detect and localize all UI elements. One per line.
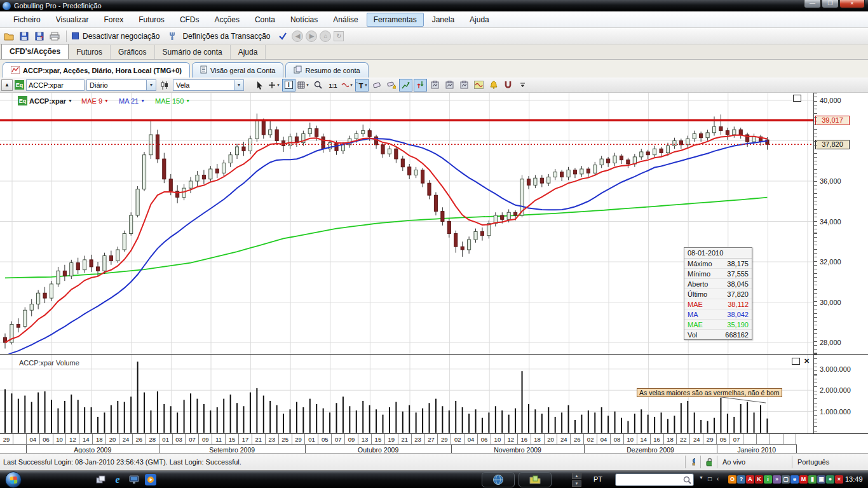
tab-ajuda[interactable]: Ajuda [231, 45, 266, 59]
date-tick[interactable]: 15 [226, 434, 239, 444]
menu-futuros[interactable]: Futuros [132, 13, 172, 27]
quicklaunch-browser-icon[interactable]: e [112, 474, 123, 485]
scroll-up-icon[interactable]: ▲ [572, 473, 581, 479]
crosshair-tool[interactable]: ▼ [268, 79, 281, 92]
date-tick[interactable]: 10 [53, 434, 67, 444]
date-tick[interactable]: 03 [173, 434, 186, 444]
tray-sync-icon[interactable]: » [773, 475, 781, 484]
date-tick[interactable]: 07 [186, 434, 199, 444]
date-tick[interactable]: 24 [557, 434, 571, 444]
save-icon[interactable] [18, 30, 31, 43]
menu-ferramentas[interactable]: Ferramentas [367, 13, 424, 27]
legend-series-2[interactable]: MA 21▼ [119, 97, 145, 105]
date-tick[interactable]: 05 [717, 434, 730, 444]
grid-tool[interactable]: ▼ [297, 79, 310, 92]
date-tick[interactable]: 13 [358, 434, 372, 444]
date-tick[interactable]: 28 [146, 434, 159, 444]
date-tick[interactable]: 15 [372, 434, 385, 444]
date-tick[interactable]: 02 [584, 434, 597, 444]
date-tick[interactable]: 04 [597, 434, 611, 444]
chevron-down-icon[interactable]: ▼ [234, 80, 243, 90]
quicklaunch-mediaplayer-icon[interactable] [145, 474, 156, 485]
print-icon[interactable] [48, 30, 61, 43]
alert-tool[interactable] [487, 79, 500, 92]
tray-messenger-icon[interactable]: i [764, 475, 772, 484]
chevron-down-icon[interactable]: ▼ [68, 98, 72, 103]
menu-análise[interactable]: Análise [326, 13, 365, 27]
eraser-tool[interactable] [370, 79, 383, 92]
chevron-down-icon[interactable]: ▼ [104, 98, 109, 103]
taskbar-scroll-arrows[interactable]: ▲ ▼ [572, 473, 581, 487]
date-tick[interactable]: 17 [239, 434, 252, 444]
info-tool[interactable]: i [282, 79, 295, 92]
date-tick[interactable]: 16 [518, 434, 531, 444]
date-tick[interactable]: 20 [106, 434, 119, 444]
disable-trading-icon[interactable] [72, 32, 79, 39]
tray-volume-muted-icon[interactable]: × [835, 475, 843, 484]
date-tick[interactable]: 26 [571, 434, 584, 444]
back-icon[interactable]: ◀ [292, 30, 303, 42]
date-tick[interactable] [743, 434, 757, 444]
zoom-tool[interactable] [311, 79, 325, 92]
date-tick[interactable]: 05 [318, 434, 332, 444]
menu-visualizar[interactable]: Visualizar [49, 13, 96, 27]
date-tick[interactable]: 29 [0, 434, 13, 444]
pointer-tool[interactable] [253, 79, 266, 92]
language-label[interactable]: Português [792, 456, 868, 468]
date-tick[interactable]: 23 [412, 434, 425, 444]
date-tick[interactable]: 29 [703, 434, 717, 444]
date-tick[interactable]: 19 [385, 434, 398, 444]
tray-kaspersky-icon[interactable]: K [755, 475, 763, 484]
menu-notícias[interactable]: Notícias [283, 13, 325, 27]
date-tick[interactable]: 14 [79, 434, 93, 444]
quicklaunch-switcher-icon[interactable] [95, 474, 107, 485]
legend-symbol[interactable]: Eq ACCP:xpar▼ [18, 96, 72, 105]
taskbar-app-folder[interactable] [519, 472, 552, 487]
maximize-panel-icon[interactable] [793, 95, 801, 102]
updown-arrows-tool[interactable] [414, 79, 427, 92]
search-options-icon[interactable]: ▼ [699, 475, 703, 480]
restore-button[interactable]: ❐ [822, 0, 839, 8]
doc-tab-2[interactable]: Visão geral da Conta [192, 62, 284, 78]
date-tick[interactable]: 08 [611, 434, 624, 444]
date-tick[interactable]: 20 [545, 434, 558, 444]
price-chart-panel[interactable]: Eq ACCP:xpar▼ MAE 9▼MA 21▼MAE 150▼ 40,00… [0, 93, 868, 354]
date-tick[interactable]: 18 [664, 434, 677, 444]
doc-tab-3[interactable]: Resumo de conta [285, 62, 368, 78]
indicator-tool[interactable]: ▼ [341, 79, 354, 92]
date-tick[interactable]: 18 [531, 434, 545, 444]
date-tick[interactable] [770, 434, 783, 444]
date-tick[interactable]: 29 [438, 434, 451, 444]
date-tick[interactable]: 21 [252, 434, 266, 444]
chevron-down-icon[interactable]: ▼ [140, 98, 145, 103]
date-tick[interactable]: 27 [425, 434, 438, 444]
tray-network-icon[interactable]: ▣ [817, 475, 825, 484]
date-tick[interactable]: 01 [159, 434, 173, 444]
confirm-check-icon[interactable] [276, 30, 289, 43]
tab-gr-ficos[interactable]: Gráficos [111, 45, 155, 59]
wrench-icon[interactable] [166, 30, 179, 43]
save-as-icon[interactable]: ? [33, 30, 46, 43]
legend-series-1[interactable]: MAE 9▼ [81, 97, 109, 105]
date-tick[interactable]: 26 [133, 434, 146, 444]
date-tick[interactable]: 02 [451, 434, 465, 444]
date-tick[interactable]: 06 [40, 434, 53, 444]
tray-expand-icon[interactable]: ‹ [717, 475, 719, 482]
start-button[interactable] [5, 471, 22, 488]
date-tick[interactable]: 04 [465, 434, 478, 444]
more-tools[interactable] [516, 79, 529, 92]
menu-cfds[interactable]: CFDs [173, 13, 207, 27]
copy-image-tool[interactable] [443, 79, 456, 92]
tab-sum-rio-de-conta[interactable]: Sumário de conta [155, 45, 231, 59]
tray-mcafee-icon[interactable]: M [799, 475, 808, 484]
date-tick[interactable]: 18 [93, 434, 106, 444]
volume-panel[interactable]: ACCP:xpar Volume 3.000.0002.000.0001.000… [0, 354, 868, 433]
legend-series-3[interactable]: MAE 150▼ [155, 97, 190, 105]
home-icon[interactable]: ⌂ [320, 30, 331, 42]
one-to-one-tool[interactable]: 1:1 [326, 79, 339, 92]
disable-trading-button[interactable]: Desactivar negociação [83, 32, 159, 41]
period-select[interactable]: Diário ▼ [86, 79, 156, 91]
date-tick[interactable]: 07 [332, 434, 345, 444]
taskbar-app-browser[interactable] [482, 472, 515, 487]
tray-openoffice-icon[interactable]: O [728, 475, 736, 484]
